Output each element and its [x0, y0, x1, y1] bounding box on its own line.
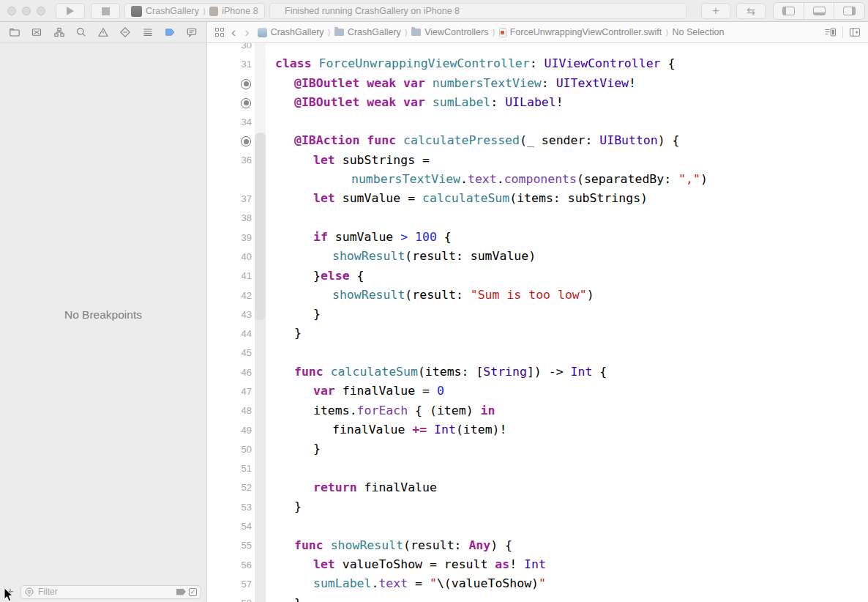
plus-icon: +: [712, 4, 719, 18]
code-line[interactable]: items.forEach { (item) in: [252, 401, 495, 420]
source-editor[interactable]: 3031class ForceUnwrappingViewController:…: [208, 43, 868, 602]
symbol-navigator-icon[interactable]: [53, 26, 65, 38]
line-number[interactable]: 37: [208, 193, 252, 204]
line-number[interactable]: 44: [208, 328, 252, 339]
line-number[interactable]: 40: [208, 251, 252, 262]
project-navigator-icon[interactable]: [9, 26, 20, 38]
code-line[interactable]: func showResult(result: Any) {: [252, 536, 512, 555]
line-number[interactable]: 47: [208, 386, 252, 397]
toggle-inspector-panel-button[interactable]: [834, 3, 864, 19]
code-line[interactable]: }: [252, 497, 302, 516]
code-row: 34: [208, 112, 868, 131]
breakpoint-filter-icon[interactable]: [176, 589, 186, 595]
line-number[interactable]: 43: [208, 309, 252, 320]
line-number[interactable]: 49: [208, 425, 252, 436]
code-line[interactable]: }: [252, 324, 302, 343]
line-number[interactable]: 46: [208, 367, 252, 378]
empty-state-message: No Breakpoints: [0, 308, 206, 322]
filter-input[interactable]: [37, 586, 173, 598]
toggle-debug-area-button[interactable]: [804, 3, 835, 19]
breadcrumb-item[interactable]: CrashGallery: [258, 27, 324, 37]
line-number[interactable]: 54: [208, 521, 252, 532]
code-row: 56let valueToShow = result as! Int: [208, 555, 868, 574]
code-line[interactable]: if sumValue > 100 {: [252, 228, 452, 247]
code-line[interactable]: showResult(result: "Sum is too low"): [252, 286, 594, 305]
go-forward-button[interactable]: ›: [242, 25, 251, 40]
code-line[interactable]: showResult(result: sumValue): [252, 247, 536, 266]
line-number[interactable]: 53: [208, 502, 252, 513]
code-row: 50}: [208, 439, 868, 458]
code-line[interactable]: let valueToShow = result as! Int: [252, 555, 546, 574]
status-text: Finished running CrashGallery on iPhone …: [285, 6, 460, 16]
breadcrumb-item[interactable]: ForceUnwrappingViewController.swift: [499, 27, 662, 37]
scheme-selector[interactable]: CrashGallery ⟩ iPhone 8: [124, 3, 265, 19]
line-number[interactable]: 58: [208, 598, 252, 602]
toggle-navigator-panel-button[interactable]: [774, 3, 804, 19]
code-line[interactable]: }: [252, 439, 321, 458]
line-number[interactable]: 30: [208, 43, 252, 51]
breadcrumb-item[interactable]: CrashGallery: [334, 27, 401, 37]
line-number[interactable]: 52: [208, 482, 252, 493]
line-number[interactable]: 36: [208, 155, 252, 166]
add-editor-icon[interactable]: [849, 26, 861, 38]
code-line[interactable]: sumLabel.text = "\(valueToShow)": [252, 574, 546, 593]
zoom-window-button[interactable]: [37, 7, 45, 15]
code-line[interactable]: numbersTextView.text.components(separate…: [252, 170, 708, 189]
line-number[interactable]: 50: [208, 444, 252, 455]
code-line[interactable]: var finalValue = 0: [252, 382, 444, 401]
line-number[interactable]: 31: [208, 59, 252, 70]
issue-navigator-icon[interactable]: [97, 26, 109, 38]
breadcrumb-item[interactable]: No Selection: [673, 27, 725, 37]
related-items-icon[interactable]: [215, 28, 225, 37]
editor-mode-button[interactable]: ⇆: [736, 3, 766, 19]
code-line[interactable]: class ForceUnwrappingViewController: UIV…: [252, 54, 675, 73]
code-line[interactable]: finalValue += Int(item)!: [252, 420, 506, 439]
enabled-filter-icon[interactable]: ✓: [189, 588, 197, 596]
code-line[interactable]: @IBOutlet weak var numbersTextView: UITe…: [252, 74, 636, 93]
report-navigator-icon[interactable]: [186, 26, 198, 38]
breadcrumb-item[interactable]: ViewControllers: [411, 27, 488, 37]
connection-indicator[interactable]: [208, 135, 252, 147]
code-line[interactable]: @IBOutlet weak var sumLabel: UILabel!: [252, 93, 564, 112]
code-row: @IBAction func calculatePressed(_ sender…: [208, 131, 868, 150]
source-control-navigator-icon[interactable]: [31, 26, 42, 38]
line-number[interactable]: 48: [208, 405, 252, 416]
code-row: 58}: [208, 594, 868, 602]
code-line[interactable]: }else {: [252, 267, 364, 286]
line-number[interactable]: 56: [208, 560, 252, 571]
line-number[interactable]: 38: [208, 212, 252, 223]
stop-button[interactable]: [91, 3, 120, 19]
code-line[interactable]: func calculateSum(items: [String]) -> In…: [252, 363, 607, 382]
line-number[interactable]: 41: [208, 270, 252, 281]
code-line[interactable]: return finalValue: [252, 478, 437, 497]
editor-options-icon[interactable]: [824, 26, 837, 38]
line-number[interactable]: 57: [208, 579, 252, 590]
line-number[interactable]: 34: [208, 116, 252, 127]
code-line[interactable]: }: [252, 594, 302, 602]
connection-indicator[interactable]: [208, 78, 252, 89]
go-back-button[interactable]: ‹: [229, 25, 238, 40]
library-button[interactable]: +: [701, 3, 730, 19]
minimize-window-button[interactable]: [22, 7, 31, 15]
line-number[interactable]: 45: [208, 347, 252, 358]
code-row: 41}else {: [208, 267, 868, 286]
code-row: 45: [208, 343, 868, 363]
code-line[interactable]: }: [252, 305, 321, 324]
find-navigator-icon[interactable]: [75, 26, 87, 38]
folder-icon: [334, 29, 344, 36]
connection-indicator[interactable]: [208, 97, 252, 108]
code-row: @IBOutlet weak var numbersTextView: UITe…: [208, 74, 868, 93]
debug-navigator-icon[interactable]: [142, 26, 154, 38]
test-navigator-icon[interactable]: [119, 26, 131, 38]
line-number[interactable]: 42: [208, 290, 252, 301]
close-window-button[interactable]: [7, 7, 16, 15]
code-line[interactable]: @IBAction func calculatePressed(_ sender…: [252, 131, 680, 150]
line-number[interactable]: 39: [208, 232, 252, 243]
code-line[interactable]: let sumValue = calculateSum(items: subSt…: [252, 189, 648, 208]
filter-field[interactable]: ✓: [20, 585, 201, 599]
breakpoint-navigator-icon[interactable]: [164, 26, 176, 38]
line-number[interactable]: 51: [208, 463, 252, 474]
code-line[interactable]: let subStrings =: [252, 151, 430, 170]
run-button[interactable]: [56, 3, 85, 19]
line-number[interactable]: 55: [208, 540, 252, 551]
